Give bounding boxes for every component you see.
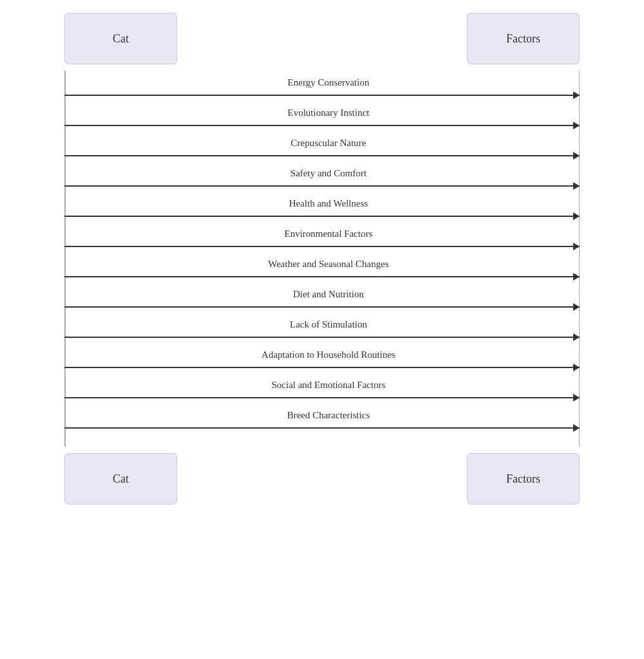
arrow-line-container [64, 363, 580, 372]
arrow-row: Energy Conservation [64, 77, 580, 106]
arrow-head [573, 91, 580, 99]
arrow-head [573, 273, 580, 281]
arrow-row: Diet and Nutrition [64, 289, 580, 318]
arrow-head [573, 152, 580, 160]
arrow-line-container [64, 121, 580, 130]
top-right-node: Factors [467, 13, 580, 64]
arrow-label: Adaptation to Household Routines [64, 349, 580, 360]
arrow-line [64, 397, 580, 398]
arrow-row: Safety and Comfort [64, 168, 580, 197]
arrow-line [64, 155, 580, 156]
arrow-line-container [64, 242, 580, 251]
arrow-head [573, 424, 580, 432]
arrow-head [573, 243, 580, 250]
arrow-line [64, 427, 580, 429]
arrow-label: Energy Conservation [64, 77, 580, 88]
arrow-line [64, 337, 580, 338]
arrow-line-container [64, 423, 580, 432]
arrow-line-container [64, 393, 580, 402]
arrow-label: Safety and Comfort [64, 168, 580, 179]
arrow-row: Breed Characteristics [64, 410, 580, 439]
arrow-label: Weather and Seasonal Changes [64, 259, 580, 270]
arrow-line [64, 367, 580, 368]
arrow-head [573, 333, 580, 341]
arrow-label: Social and Emotional Factors [64, 380, 580, 391]
arrow-label: Crepuscular Nature [64, 138, 580, 149]
arrow-line-container [64, 91, 580, 100]
arrow-line-container [64, 272, 580, 281]
arrow-line [64, 246, 580, 247]
bottom-left-label: Cat [113, 472, 129, 486]
arrow-head [573, 303, 580, 311]
arrow-row: Environmental Factors [64, 228, 580, 257]
arrow-row: Social and Emotional Factors [64, 380, 580, 409]
bottom-right-label: Factors [506, 472, 540, 486]
arrow-line-container [64, 302, 580, 311]
arrow-head [573, 122, 580, 129]
arrow-line-container [64, 181, 580, 190]
arrow-label: Lack of Stimulation [64, 319, 580, 330]
arrows-list: Energy ConservationEvolutionary Instinct… [64, 77, 580, 439]
arrow-row: Crepuscular Nature [64, 138, 580, 167]
arrow-row: Evolutionary Instinct [64, 107, 580, 136]
arrow-head [573, 394, 580, 402]
bottom-right-node: Factors [467, 453, 580, 505]
arrow-row: Adaptation to Household Routines [64, 349, 580, 378]
top-left-node: Cat [64, 13, 177, 64]
arrow-label: Environmental Factors [64, 228, 580, 239]
arrow-line-container [64, 151, 580, 160]
arrow-head [573, 182, 580, 190]
arrow-line [64, 216, 580, 217]
arrow-line [64, 125, 580, 126]
bottom-row: Cat Factors [0, 453, 644, 505]
arrow-row: Lack of Stimulation [64, 319, 580, 348]
arrow-line [64, 276, 580, 277]
arrow-label: Diet and Nutrition [64, 289, 580, 300]
arrow-head [573, 212, 580, 220]
arrow-line [64, 306, 580, 308]
arrow-line [64, 185, 580, 187]
arrow-label: Health and Wellness [64, 198, 580, 209]
top-right-label: Factors [506, 32, 540, 46]
arrow-row: Health and Wellness [64, 198, 580, 227]
arrow-line [64, 95, 580, 96]
bottom-left-node: Cat [64, 453, 177, 505]
top-row: Cat Factors [0, 13, 644, 64]
arrow-line-container [64, 212, 580, 221]
arrow-label: Breed Characteristics [64, 410, 580, 421]
diagram-container: Cat Factors Energy ConservationEvolution… [0, 0, 644, 659]
top-left-label: Cat [113, 32, 129, 46]
arrows-wrapper: Energy ConservationEvolutionary Instinct… [0, 71, 644, 447]
arrow-head [573, 364, 580, 371]
arrow-row: Weather and Seasonal Changes [64, 259, 580, 288]
arrows-inner: Energy ConservationEvolutionary Instinct… [64, 71, 580, 447]
arrow-label: Evolutionary Instinct [64, 107, 580, 118]
arrow-line-container [64, 333, 580, 342]
